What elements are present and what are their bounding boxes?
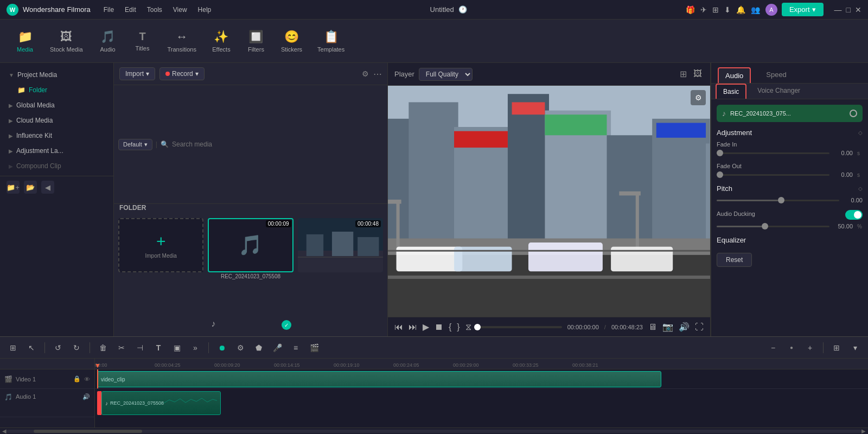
sidebar-collapse-icon[interactable]: ◀	[41, 181, 54, 194]
tl-add-track-button[interactable]: 🎬	[307, 340, 322, 355]
tab-audio[interactable]: Audio	[718, 67, 751, 83]
toolbar-audio[interactable]: 🎵 Audio	[92, 25, 124, 57]
audio-knob[interactable]	[850, 110, 857, 117]
timeline-scroll-thumb[interactable]	[34, 430, 142, 433]
subtab-basic[interactable]: Basic	[716, 84, 746, 99]
maximize-button[interactable]: □	[846, 5, 851, 14]
toolbar-stickers[interactable]: 😊 Stickers	[275, 25, 309, 57]
send-icon[interactable]: ✈	[700, 5, 707, 14]
step-back-icon[interactable]: ⏭	[409, 322, 417, 332]
people-icon[interactable]: 👥	[751, 5, 760, 14]
pitch-diamond-icon[interactable]: ◇	[858, 186, 863, 192]
toolbar-media[interactable]: 📁 Media	[9, 25, 41, 57]
tl-cut-button[interactable]: ✂	[114, 340, 129, 355]
tl-expand-button[interactable]: »	[188, 340, 203, 355]
tl-plus-button[interactable]: +	[802, 340, 818, 355]
close-button[interactable]: ✕	[855, 5, 861, 14]
menu-edit[interactable]: Edit	[125, 6, 136, 14]
tl-gear-button[interactable]: ⚙	[233, 340, 248, 355]
media-item-audio[interactable]: 🎵 ♪ 00:00:09 ✓ REC_20241023_075508	[208, 218, 293, 332]
scroll-right-icon[interactable]: ▶	[861, 428, 866, 434]
download-icon[interactable]: ⬇	[724, 5, 731, 14]
tl-mic-button[interactable]: 🎤	[270, 340, 285, 355]
playback-progress[interactable]	[477, 326, 562, 328]
quality-select[interactable]: Full Quality 1/2 Quality 1/4 Quality	[419, 68, 473, 81]
screenshot-icon[interactable]: 📷	[662, 322, 673, 332]
mark-out-icon[interactable]: }	[457, 322, 459, 332]
toolbar-titles[interactable]: T Titles	[126, 26, 159, 56]
default-view-button[interactable]: Default ▾	[118, 139, 152, 150]
timeline-scroll-track[interactable]	[7, 430, 861, 433]
audio-clip-item[interactable]: ♪ REC_20241023_075508	[101, 391, 221, 415]
sidebar-item-cloud-media[interactable]: ▶ Cloud Media	[0, 113, 113, 128]
tl-crop-button[interactable]: ▣	[169, 340, 184, 355]
tl-undo-button[interactable]: ↺	[50, 340, 66, 355]
fade-out-thumb[interactable]	[717, 171, 723, 178]
sidebar-item-adjustment[interactable]: ▶ Adjustment La...	[0, 143, 113, 158]
tab-speed[interactable]: Speed	[760, 67, 793, 83]
tl-split-button[interactable]: ⊣	[132, 340, 148, 355]
tl-zoom-slider[interactable]: ●	[784, 340, 799, 355]
toolbar-stock-media[interactable]: 🖼 Stock Media	[43, 25, 90, 57]
adjustment-diamond-icon[interactable]: ◇	[858, 130, 863, 136]
menu-help[interactable]: Help	[198, 6, 212, 14]
fade-in-thumb[interactable]	[717, 150, 723, 156]
tl-grid-button[interactable]: ⊞	[829, 340, 844, 355]
menu-file[interactable]: File	[104, 6, 114, 14]
import-media-item[interactable]: + Import Media	[118, 218, 203, 332]
video-lock-icon[interactable]: 🔒	[73, 375, 81, 382]
tl-select-tool[interactable]: ⊞	[5, 340, 21, 355]
playhead[interactable]	[97, 369, 98, 388]
audio-ducking-slider[interactable]	[717, 226, 829, 227]
new-folder-icon[interactable]: 📁+	[7, 181, 20, 194]
avatar-icon[interactable]: A	[765, 4, 777, 16]
gift-icon[interactable]: 🎁	[686, 5, 695, 14]
tl-pointer-tool[interactable]: ↖	[24, 340, 39, 355]
export-button[interactable]: Export ▾	[782, 3, 824, 16]
subtab-voice-changer[interactable]: Voice Changer	[751, 84, 807, 99]
sidebar-item-folder[interactable]: 📁 Folder	[0, 82, 113, 98]
sidebar-item-project-media[interactable]: ▼ Project Media	[0, 67, 113, 82]
project-title[interactable]: Untitled	[430, 5, 454, 14]
audio-ducking-toggle[interactable]	[845, 210, 863, 220]
folder-move-icon[interactable]: 📂	[24, 181, 37, 194]
image-view-icon[interactable]: 🖼	[692, 67, 704, 81]
toolbar-transitions[interactable]: ↔ Transitions	[161, 25, 203, 57]
search-input[interactable]	[172, 141, 383, 148]
ducking-thumb[interactable]	[762, 223, 768, 229]
pitch-thumb[interactable]	[778, 197, 784, 203]
tl-text-button[interactable]: T	[151, 340, 166, 355]
import-media-box[interactable]: + Import Media	[118, 218, 203, 272]
tl-delete-button[interactable]: 🗑	[95, 340, 111, 355]
scroll-left-icon[interactable]: ◀	[2, 428, 7, 434]
video-clip-item[interactable]: video_clip	[97, 371, 661, 387]
sidebar-item-compound-clip[interactable]: ▶ Compound Clip	[0, 158, 113, 174]
fullscreen-icon[interactable]: ⛶	[695, 322, 704, 332]
clip-icon[interactable]: ⧖	[465, 322, 471, 332]
video-eye-icon[interactable]: 👁	[84, 376, 90, 382]
pitch-slider[interactable]	[717, 200, 839, 201]
grid-icon[interactable]: ⊞	[712, 5, 719, 14]
menu-view[interactable]: View	[173, 6, 187, 14]
tl-record-button[interactable]: ⏺	[214, 340, 229, 355]
mark-in-icon[interactable]: {	[449, 322, 451, 332]
toolbar-templates[interactable]: 📋 Templates	[311, 25, 351, 57]
tl-layers-button[interactable]: ≡	[288, 340, 303, 355]
sidebar-item-global-media[interactable]: ▶ Global Media	[0, 98, 113, 113]
audio-mute-icon[interactable]: 🔊	[82, 393, 90, 400]
fade-out-slider[interactable]	[717, 174, 829, 176]
filter-icon[interactable]: ⚙	[362, 69, 369, 78]
record-button[interactable]: Record ▾	[159, 67, 205, 80]
tl-redo-button[interactable]: ↻	[69, 340, 84, 355]
menu-tools[interactable]: Tools	[147, 6, 162, 14]
stop-icon[interactable]: ⏹	[435, 322, 443, 332]
more-options-icon[interactable]: ⋯	[373, 69, 382, 79]
tl-minus-button[interactable]: −	[765, 340, 781, 355]
fade-in-slider[interactable]	[717, 152, 829, 154]
sidebar-item-influence-kit[interactable]: ▶ Influence Kit	[0, 128, 113, 143]
reset-button[interactable]: Reset	[717, 253, 752, 267]
monitor-icon[interactable]: 🖥	[648, 322, 657, 332]
import-button[interactable]: Import ▾	[119, 67, 155, 80]
grid-view-icon[interactable]: ⊞	[678, 67, 688, 81]
play-icon[interactable]: ▶	[423, 322, 429, 332]
